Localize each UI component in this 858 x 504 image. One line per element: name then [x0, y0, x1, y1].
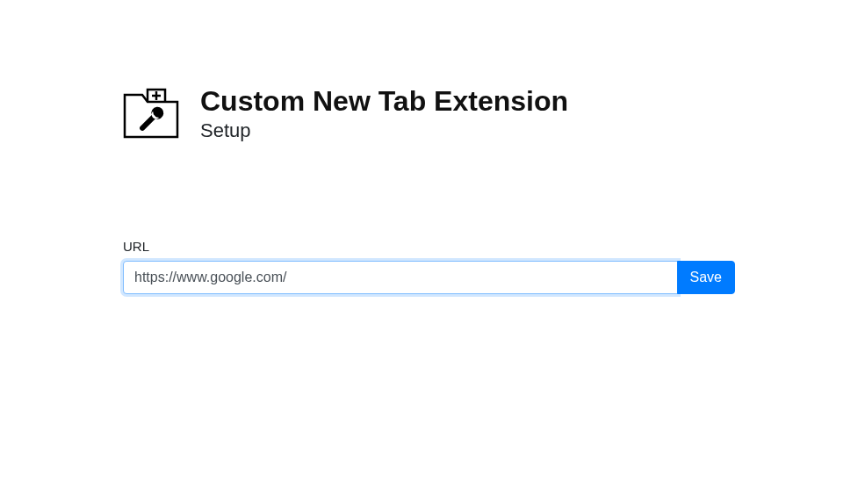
save-button[interactable]: Save — [677, 261, 735, 294]
url-label: URL — [123, 239, 735, 254]
page-title: Custom New Tab Extension — [200, 84, 568, 118]
header: Custom New Tab Extension Setup — [123, 84, 735, 142]
page-subtitle: Setup — [200, 119, 568, 142]
page-container: Custom New Tab Extension Setup URL Save — [0, 0, 858, 294]
url-form: URL Save — [123, 239, 735, 294]
extension-logo-icon — [123, 84, 179, 140]
url-input[interactable] — [123, 261, 678, 294]
url-input-group: Save — [123, 261, 735, 294]
header-text: Custom New Tab Extension Setup — [200, 84, 568, 142]
